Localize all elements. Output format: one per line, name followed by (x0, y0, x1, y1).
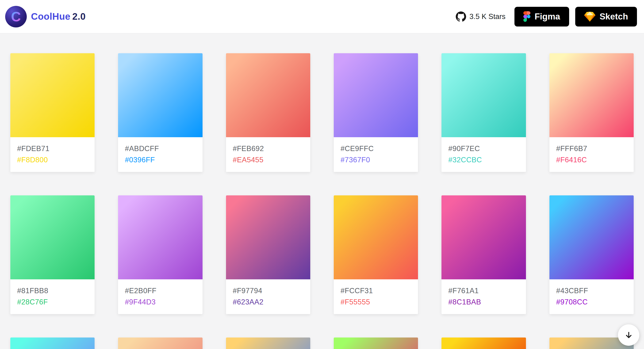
hex-from-label: #E2B0FF (125, 285, 196, 297)
brand-version: 2.0 (72, 11, 86, 21)
hex-to-label: #9708CC (556, 297, 627, 308)
gradient-swatch (334, 53, 418, 137)
hex-from-label: #81FBB8 (17, 285, 88, 297)
hex-from-label: #FDEB71 (17, 143, 88, 154)
palette-card-footer: #CE9FFC #7367F0 (334, 137, 418, 172)
palette-card-footer: #E2B0FF #9F44D3 (118, 279, 202, 314)
hex-to-label: #0396FF (125, 154, 196, 166)
palette-card[interactable]: #81FBB8 #28C76F (10, 195, 94, 314)
figma-button-label: Figma (535, 12, 560, 21)
gradient-swatch (10, 195, 94, 279)
palette-card-footer: #90F7EC #32CCBC (442, 137, 526, 172)
palette-card[interactable]: #43CBFF #9708CC (550, 195, 634, 314)
hex-to-label: #F55555 (340, 297, 411, 308)
hex-from-label: #43CBFF (556, 285, 627, 297)
hex-to-label: #9F44D3 (125, 297, 196, 308)
palette-card[interactable]: #E2B0FF #9F44D3 (118, 195, 202, 314)
header: C CoolHue2.0 3.5 K Stars (0, 0, 644, 33)
palette-card[interactable]: #FDD819 #E80505 (442, 338, 526, 349)
gradient-swatch (334, 195, 418, 279)
hex-to-label: #623AA2 (233, 297, 304, 308)
github-stars-link[interactable]: 3.5 K Stars (456, 11, 505, 22)
hex-to-label: #EA5455 (233, 154, 304, 166)
palette-card[interactable]: #F761A1 #8C1BAB (442, 195, 526, 314)
palette-card[interactable]: #FCCF31 #F55555 (334, 195, 418, 314)
palette-card-footer: #FEB692 #EA5455 (226, 137, 310, 172)
hex-to-label: #28C76F (17, 297, 88, 308)
down-arrow-icon (624, 331, 633, 340)
gradient-swatch (550, 53, 634, 137)
github-icon (456, 11, 466, 22)
palette-card[interactable]: #5EFCE8 #736EFE (10, 338, 94, 349)
gradient-swatch (10, 53, 94, 137)
palette-card-footer: #F761A1 #8C1BAB (442, 279, 526, 314)
hex-from-label: #90F7EC (448, 143, 519, 154)
gradient-swatch (118, 195, 202, 279)
sketch-icon (584, 12, 596, 21)
palette-card-footer: #ABDCFF #0396FF (118, 137, 202, 172)
gradient-swatch (550, 195, 634, 279)
gradient-swatch (226, 195, 310, 279)
hex-from-label: #ABDCFF (125, 143, 196, 154)
sketch-button-label: Sketch (600, 12, 628, 21)
hex-from-label: #FCCF31 (340, 285, 411, 297)
palette-card[interactable]: #A0FE65 #FA016D (334, 338, 418, 349)
palette-card-footer: #81FBB8 #28C76F (10, 279, 94, 314)
gradient-swatch (442, 195, 526, 279)
scroll-down-button[interactable] (618, 324, 639, 346)
palette-card-footer: #FDEB71 #F8D800 (10, 137, 94, 172)
palette-grid: #FDEB71 #F8D800 #ABDCFF #0396FF #FEB692 … (10, 53, 634, 349)
hex-to-label: #32CCBC (448, 154, 519, 166)
gradient-swatch (226, 338, 310, 349)
hex-to-label: #8C1BAB (448, 297, 519, 308)
palette-card[interactable]: #FFD26F #3677FF (226, 338, 310, 349)
gradient-swatch (118, 53, 202, 137)
palette-card-footer: #FFF6B7 #F6416C (550, 137, 634, 172)
palette-card[interactable]: #CE9FFC #7367F0 (334, 53, 418, 172)
header-actions: 3.5 K Stars Figma (456, 7, 637, 26)
hex-to-label: #F8D800 (17, 154, 88, 166)
palette-card-footer: #43CBFF #9708CC (550, 279, 634, 314)
gradient-swatch (118, 338, 202, 349)
palette-card-footer: #F97794 #623AA2 (226, 279, 310, 314)
figma-icon (523, 11, 530, 22)
palette-card[interactable]: #90F7EC #32CCBC (442, 53, 526, 172)
gradient-swatch (442, 53, 526, 137)
coolhue-logo-icon: C (5, 6, 27, 27)
sketch-button[interactable]: Sketch (575, 7, 637, 26)
palette-card[interactable]: #FDEB71 #F8D800 (10, 53, 94, 172)
hex-from-label: #F761A1 (448, 285, 519, 297)
palette-card[interactable]: #FFF6B7 #F6416C (550, 53, 634, 172)
stars-count-label: 3.5 K Stars (470, 12, 505, 21)
hex-from-label: #FFF6B7 (556, 143, 627, 154)
palette-card[interactable]: #F97794 #623AA2 (226, 195, 310, 314)
palette-card[interactable]: #ABDCFF #0396FF (118, 53, 202, 172)
brand[interactable]: C CoolHue2.0 (5, 6, 86, 27)
gradient-swatch (10, 338, 94, 349)
gradient-swatch (226, 53, 310, 137)
palette-card[interactable]: #FAD7A1 #E96D71 (118, 338, 202, 349)
logo-letter: C (11, 10, 21, 23)
palette-card[interactable]: #FEB692 #EA5455 (226, 53, 310, 172)
hex-to-label: #F6416C (556, 154, 627, 166)
hex-from-label: #CE9FFC (340, 143, 411, 154)
page-title: CoolHue2.0 (31, 11, 86, 22)
hex-to-label: #7367F0 (340, 154, 411, 166)
hex-from-label: #F97794 (233, 285, 304, 297)
gradient-swatch (442, 338, 526, 349)
figma-button[interactable]: Figma (514, 7, 569, 26)
palette-card-footer: #FCCF31 #F55555 (334, 279, 418, 314)
brand-name: CoolHue (31, 11, 70, 21)
gradient-swatch (334, 338, 418, 349)
hex-from-label: #FEB692 (233, 143, 304, 154)
